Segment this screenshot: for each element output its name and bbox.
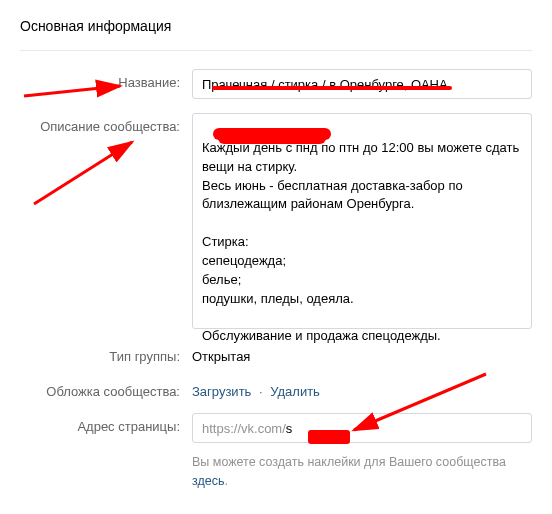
redaction-name — [212, 86, 452, 90]
row-description: Описание сообщества: Каждый день с пнд п… — [20, 113, 532, 329]
hint-period: . — [224, 474, 227, 488]
group-type-value[interactable]: Открытая — [192, 343, 532, 364]
redaction-address — [308, 430, 350, 444]
hint-link[interactable]: здесь — [192, 474, 224, 488]
row-cover: Обложка сообщества: Загрузить · Удалить — [20, 378, 532, 399]
basic-info-panel: Основная информация Название: Описание с… — [0, 0, 552, 501]
hint-text: Вы можете создать наклейки для Вашего со… — [192, 455, 506, 469]
address-prefix: https://vk.com/ — [193, 415, 286, 442]
group-type-label: Тип группы: — [20, 343, 192, 364]
address-label: Адрес страницы: — [20, 413, 192, 434]
name-label: Название: — [20, 69, 192, 90]
row-address: Адрес страницы: https://vk.com/ — [20, 413, 532, 443]
description-text: Каждый день с пнд по птн до 12:00 вы мож… — [202, 140, 523, 343]
form: Название: Описание сообщества: Каждый де… — [0, 51, 552, 501]
description-label: Описание сообщества: — [20, 113, 192, 134]
row-group-type: Тип группы: Открытая — [20, 343, 532, 364]
cover-separator: · — [255, 384, 267, 399]
cover-upload-link[interactable]: Загрузить — [192, 384, 251, 399]
description-textarea[interactable]: Каждый день с пнд по птн до 12:00 вы мож… — [192, 113, 532, 329]
name-input[interactable] — [192, 69, 532, 99]
cover-label: Обложка сообщества: — [20, 378, 192, 399]
row-hint: Вы можете создать наклейки для Вашего со… — [20, 447, 532, 491]
redaction-description-2 — [218, 132, 326, 144]
address-field: https://vk.com/ — [192, 413, 532, 443]
address-hint: Вы можете создать наклейки для Вашего со… — [192, 447, 532, 491]
panel-title: Основная информация — [0, 0, 552, 50]
cover-delete-link[interactable]: Удалить — [270, 384, 320, 399]
row-name: Название: — [20, 69, 532, 99]
